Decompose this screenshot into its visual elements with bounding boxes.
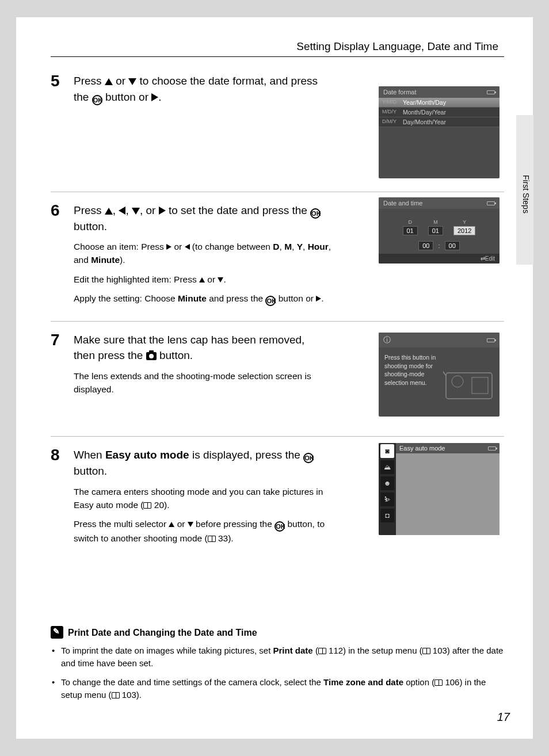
page-ref-icon bbox=[422, 648, 430, 654]
screen-header: ⓘ bbox=[379, 333, 500, 348]
y-value: 2012 bbox=[453, 226, 475, 235]
hour-value: 00 bbox=[418, 241, 433, 250]
svg-rect-0 bbox=[446, 373, 492, 399]
step-number: 7 bbox=[51, 332, 66, 402]
divider bbox=[51, 436, 504, 437]
note-icon bbox=[51, 626, 63, 639]
up-icon bbox=[169, 522, 174, 527]
header-rule bbox=[51, 56, 504, 57]
date-format-screen: Date format Y/M/DYear/Month/Day M/D/YMon… bbox=[379, 86, 500, 178]
step-6-instruction: Press , , , or to set the date and press… bbox=[74, 203, 327, 235]
page-ref-icon bbox=[434, 679, 443, 686]
mode-title-bar: Easy auto mode bbox=[396, 443, 500, 453]
left-icon bbox=[185, 244, 190, 250]
m-value: 01 bbox=[428, 226, 443, 235]
screen-header: Date format bbox=[379, 86, 500, 98]
mode-screen: ◙ ⛰ ☻ ⛷ ◘ Easy auto mode bbox=[379, 443, 500, 535]
down-icon bbox=[218, 277, 223, 282]
down-icon bbox=[128, 78, 136, 85]
step-7-instruction: Make sure that the lens cap has been rem… bbox=[74, 332, 327, 364]
mode-sidebar: ◙ ⛰ ☻ ⛷ ◘ bbox=[379, 443, 396, 535]
date-format-row: M/D/YMonth/Day/Year bbox=[379, 108, 500, 117]
step-number: 6 bbox=[51, 203, 66, 312]
battery-icon bbox=[487, 90, 495, 94]
page-ref-icon bbox=[318, 648, 326, 654]
ok-icon: OK bbox=[310, 208, 321, 219]
camera-icon bbox=[146, 352, 157, 360]
right-icon bbox=[166, 244, 171, 250]
info-screen: ⓘ Press this button in shooting mode for… bbox=[379, 333, 500, 417]
up-icon bbox=[199, 277, 205, 282]
minute-value: 00 bbox=[445, 241, 460, 250]
down-icon bbox=[188, 522, 193, 527]
svg-rect-1 bbox=[472, 377, 488, 394]
down-icon bbox=[132, 208, 140, 215]
step-6-sub1: Choose an item: Press or (to change betw… bbox=[74, 240, 333, 267]
date-format-row: D/M/YDay/Month/Year bbox=[379, 117, 500, 127]
up-icon bbox=[105, 208, 113, 215]
battery-icon bbox=[487, 338, 495, 342]
date-format-list: Y/M/DYear/Month/Day M/D/YMonth/Day/Year … bbox=[379, 98, 500, 127]
battery-icon bbox=[488, 446, 496, 450]
step-number: 5 bbox=[51, 73, 66, 111]
right-icon bbox=[159, 207, 166, 215]
battery-icon bbox=[487, 201, 495, 205]
d-label: D bbox=[403, 219, 418, 225]
page-ref-icon bbox=[208, 536, 216, 542]
step-8-sub2: Press the multi selector or before press… bbox=[74, 517, 333, 545]
easy-auto-icon: ◙ bbox=[380, 444, 394, 458]
note-1: To imprint the date on images while taki… bbox=[51, 644, 504, 670]
screen-header: Date and time bbox=[379, 197, 500, 209]
step-number: 8 bbox=[51, 447, 66, 551]
ok-icon: OK bbox=[92, 95, 102, 105]
up-icon bbox=[105, 78, 113, 85]
smart-portrait-icon: ☻ bbox=[380, 476, 394, 490]
step-8-sub1: The camera enters shooting mode and you … bbox=[74, 485, 333, 512]
page-number: 17 bbox=[497, 711, 510, 724]
step-5-instruction: Press or to choose the date format, and … bbox=[74, 73, 327, 105]
m-label: M bbox=[428, 219, 443, 225]
y-label: Y bbox=[453, 219, 475, 225]
right-icon bbox=[151, 93, 158, 101]
auto-icon: ◘ bbox=[380, 509, 394, 522]
step-7-sub1: The lens extends and the shooting-mode s… bbox=[74, 369, 333, 396]
notes-title: Print Date and Changing the Date and Tim… bbox=[51, 626, 504, 639]
notes-section: Print Date and Changing the Date and Tim… bbox=[51, 626, 504, 702]
svg-point-2 bbox=[452, 376, 463, 387]
ok-icon: OK bbox=[274, 521, 285, 532]
scene-icon: ⛰ bbox=[380, 460, 394, 474]
divider bbox=[51, 192, 504, 192]
d-value: 01 bbox=[403, 226, 418, 235]
edit-label: ⇄Edit bbox=[379, 254, 500, 264]
info-text: Press this button in shooting mode for s… bbox=[384, 353, 448, 387]
ok-icon: OK bbox=[303, 453, 314, 463]
right-icon bbox=[316, 296, 321, 301]
note-2: To change the date and time settings of … bbox=[51, 676, 504, 702]
left-icon bbox=[119, 207, 125, 215]
ok-icon: OK bbox=[265, 296, 276, 306]
date-format-row: Y/M/DYear/Month/Day bbox=[379, 98, 500, 108]
camera-illustration bbox=[443, 361, 495, 402]
header-title: Setting Display Language, Date and Time bbox=[51, 40, 504, 53]
page-ref-icon bbox=[112, 692, 120, 698]
step-6-sub2: Edit the highlighted item: Press or . bbox=[74, 273, 333, 286]
step-6-sub3: Apply the setting: Choose Minute and pre… bbox=[74, 292, 333, 306]
divider bbox=[51, 321, 504, 322]
page-ref-icon bbox=[143, 502, 151, 509]
date-time-screen: Date and time D01 M01 Y2012 00 : 00 ⇄Edi… bbox=[379, 197, 500, 264]
side-tab-label: First Steps bbox=[521, 175, 531, 213]
step-8-instruction: When Easy auto mode is displayed, press … bbox=[74, 447, 327, 479]
manual-page: Setting Display Language, Date and Time … bbox=[16, 17, 533, 739]
sports-icon: ⛷ bbox=[380, 492, 394, 506]
